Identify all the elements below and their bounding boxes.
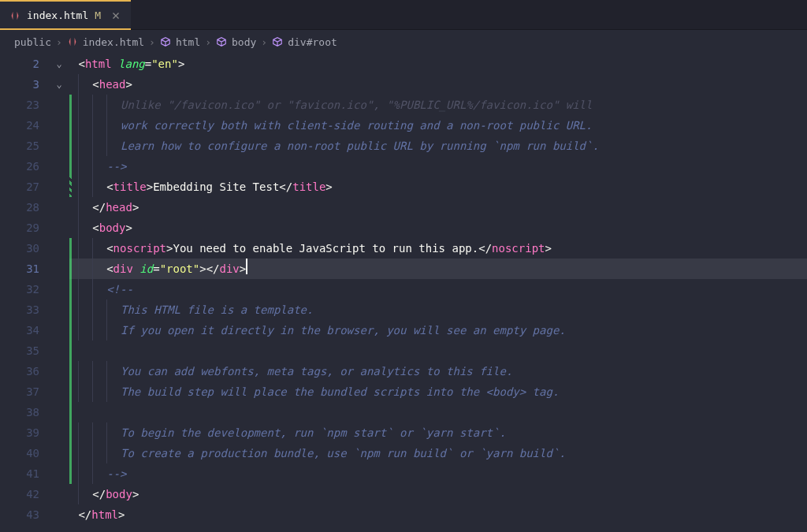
diff-marker xyxy=(69,402,72,422)
fold-toggle-icon[interactable]: ⌄ xyxy=(52,74,66,95)
line-number: 2 xyxy=(0,54,49,74)
fold-gutter[interactable]: ⌄⌄ xyxy=(52,54,66,532)
diff-marker xyxy=(69,463,72,484)
code-line[interactable]: To begin the development, run `npm start… xyxy=(69,422,807,443)
chevron-right-icon: › xyxy=(149,36,155,48)
tab-modified-marker: M xyxy=(95,9,101,21)
code-token: html xyxy=(91,504,118,525)
code-line[interactable]: If you open it directly in the browser, … xyxy=(69,320,807,340)
code-token: id xyxy=(139,259,153,279)
indent-guide xyxy=(78,156,92,177)
code-token: > xyxy=(118,504,125,525)
code-token: < xyxy=(106,238,113,259)
code-line[interactable]: Learn how to configure a non-root public… xyxy=(69,136,807,156)
indent-guide xyxy=(78,484,92,504)
code-token: div xyxy=(220,259,240,279)
code-line[interactable]: </html> xyxy=(69,504,807,525)
breadcrumb-item[interactable]: public xyxy=(14,36,51,48)
element-icon xyxy=(216,36,227,47)
diff-marker xyxy=(69,279,72,299)
code-token: body xyxy=(106,484,132,504)
line-number: 34 xyxy=(0,320,49,340)
code-line[interactable]: work correctly both with client-side rou… xyxy=(69,115,807,136)
code-line[interactable]: <body> xyxy=(69,218,807,238)
line-number: 40 xyxy=(0,443,49,463)
code-editor[interactable]: 2323242526272829303132333435363738394041… xyxy=(0,54,807,532)
code-line[interactable]: Unlike "/favicon.ico" or "favicon.ico", … xyxy=(69,95,807,115)
indent-guide xyxy=(106,115,121,136)
line-number: 3 xyxy=(0,74,49,95)
breadcrumb-item[interactable]: div#root xyxy=(272,36,337,48)
code-token: > xyxy=(545,238,552,259)
indent-guide xyxy=(78,279,92,299)
line-number: 41 xyxy=(0,463,49,484)
code-line[interactable]: <noscript>You need to enable JavaScript … xyxy=(69,238,807,259)
code-content[interactable]: <html lang="en"> <head> Unlike "/favicon… xyxy=(66,54,807,532)
code-token: title xyxy=(113,177,147,197)
line-number: 23 xyxy=(0,95,49,115)
fold-spacer xyxy=(52,340,66,361)
code-line[interactable]: <div id="root"></div> xyxy=(69,259,807,279)
fold-toggle-icon[interactable]: ⌄ xyxy=(52,54,66,74)
indent-guide xyxy=(106,422,121,443)
line-number: 38 xyxy=(0,402,49,422)
breadcrumb-item[interactable]: index.html xyxy=(67,36,144,48)
diff-marker xyxy=(69,340,72,361)
diff-marker xyxy=(69,320,72,340)
code-token: </ xyxy=(78,504,91,525)
code-token: > xyxy=(125,218,132,238)
diff-marker xyxy=(69,422,72,443)
code-token: ></ xyxy=(199,259,219,279)
indent-guide xyxy=(92,422,106,443)
diff-marker xyxy=(69,299,72,320)
line-number: 29 xyxy=(0,218,49,238)
code-line[interactable]: To create a production bundle, use `npm … xyxy=(69,443,807,463)
code-line[interactable]: --> xyxy=(69,156,807,177)
line-number-gutter: 2323242526272829303132333435363738394041… xyxy=(0,54,52,532)
fold-spacer xyxy=(52,238,66,259)
code-line[interactable]: </head> xyxy=(69,197,807,218)
chevron-right-icon: › xyxy=(56,36,62,48)
code-token: head xyxy=(99,74,126,95)
indent-guide xyxy=(78,218,92,238)
code-token: Embedding Site Test xyxy=(153,177,279,197)
code-line[interactable] xyxy=(69,402,807,422)
code-line[interactable]: This HTML file is a template. xyxy=(69,299,807,320)
code-line[interactable] xyxy=(69,340,807,361)
line-number: 28 xyxy=(0,197,49,218)
line-number: 25 xyxy=(0,136,49,156)
code-line[interactable]: <title>Embedding Site Test</title> xyxy=(69,177,807,197)
indent-guide xyxy=(92,115,106,136)
code-token: > xyxy=(132,484,139,504)
breadcrumb-item[interactable]: body xyxy=(216,36,256,48)
line-number: 30 xyxy=(0,238,49,259)
code-token: < xyxy=(106,177,113,197)
code-token: div xyxy=(113,259,133,279)
indent-guide xyxy=(92,259,106,279)
code-line[interactable]: <head> xyxy=(69,74,807,95)
indent-guide xyxy=(78,95,92,115)
code-token: To begin the development, run `npm start… xyxy=(121,422,506,443)
breadcrumb[interactable]: public›index.html›html›body›div#root xyxy=(0,30,807,54)
breadcrumb-label: html xyxy=(176,36,200,48)
indent-guide xyxy=(78,177,92,197)
diff-marker xyxy=(69,136,72,156)
indent-guide xyxy=(78,259,92,279)
diff-marker xyxy=(69,361,72,381)
line-number: 36 xyxy=(0,361,49,381)
code-line[interactable]: <!-- xyxy=(69,279,807,299)
diff-marker xyxy=(69,381,72,402)
editor-tab[interactable]: index.html M xyxy=(0,0,131,29)
code-line[interactable]: <html lang="en"> xyxy=(69,54,807,74)
code-token: > xyxy=(178,54,184,74)
diff-marker xyxy=(69,156,72,177)
close-icon[interactable] xyxy=(110,10,121,21)
code-line[interactable]: The build step will place the bundled sc… xyxy=(69,381,807,402)
code-line[interactable]: </body> xyxy=(69,484,807,504)
code-line[interactable]: --> xyxy=(69,463,807,484)
code-token: html xyxy=(85,54,112,74)
indent-guide xyxy=(78,361,92,381)
fold-spacer xyxy=(52,136,66,156)
breadcrumb-item[interactable]: html xyxy=(160,36,200,48)
code-line[interactable]: You can add webfonts, meta tags, or anal… xyxy=(69,361,807,381)
